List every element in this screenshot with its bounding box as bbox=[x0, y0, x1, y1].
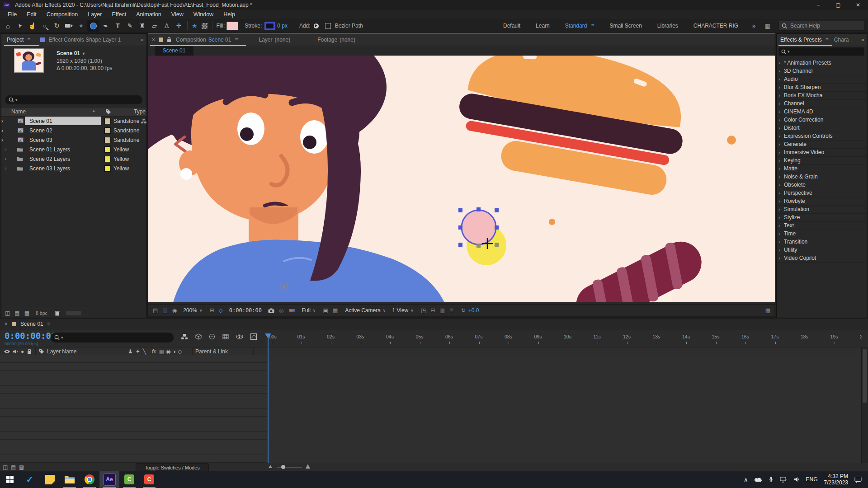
effects-category-row[interactable]: › Noise & Grain bbox=[777, 173, 867, 181]
category-name[interactable]: Generate bbox=[784, 141, 807, 148]
column-type[interactable]: Type bbox=[134, 108, 146, 115]
effects-category-row[interactable]: › Matte bbox=[777, 165, 867, 173]
notification-center-icon[interactable] bbox=[854, 476, 862, 483]
expand-chevron[interactable]: › bbox=[778, 238, 780, 246]
item-name[interactable]: Scene 03 bbox=[29, 137, 52, 143]
expand-chevron[interactable]: › bbox=[778, 197, 780, 205]
effects-category-row[interactable]: › Utility bbox=[777, 246, 867, 254]
start-button[interactable] bbox=[0, 471, 20, 488]
category-name[interactable]: Expression Controls bbox=[784, 132, 832, 140]
timeline-layer-row[interactable]: ∨ A Contents ∨ Add: ♟╱ @ ∨ bbox=[0, 363, 868, 371]
tool-button[interactable] bbox=[51, 20, 63, 32]
folder-expand-chevron[interactable]: › bbox=[5, 147, 6, 152]
expand-chevron[interactable]: › bbox=[778, 132, 780, 140]
tool-button[interactable] bbox=[87, 20, 99, 32]
timeline-layer-row[interactable]: › A mobile ∨ ♟╱ @ 4. 1∨ bbox=[0, 409, 868, 417]
folder-expand-chevron[interactable]: › bbox=[5, 166, 6, 171]
category-name[interactable]: Time bbox=[784, 230, 796, 238]
panel-menu-icon[interactable]: ≡ bbox=[27, 37, 30, 43]
item-name[interactable]: Scene 02 Layers bbox=[29, 156, 70, 162]
layer-duration-track[interactable] bbox=[267, 432, 862, 440]
tray-chevron-up-icon[interactable]: ∧ bbox=[744, 476, 748, 483]
menu-item[interactable]: Effect bbox=[107, 11, 131, 18]
project-item-row[interactable]: › Scene 02 Layers Yellow bbox=[1, 154, 146, 164]
column-name[interactable]: Name bbox=[11, 108, 26, 115]
chevron-down-icon[interactable]: ▼ bbox=[81, 52, 85, 56]
layer-duration-track[interactable] bbox=[267, 447, 862, 455]
effects-category-row[interactable]: › Immersive Video bbox=[777, 149, 867, 157]
camtasia-icon[interactable]: C bbox=[119, 471, 139, 488]
expand-render-icon[interactable]: ▤ bbox=[11, 464, 16, 470]
folder-expand-chevron[interactable]: › bbox=[5, 156, 6, 161]
label-name[interactable]: Sandstone bbox=[113, 137, 139, 143]
category-name[interactable]: Color Correction bbox=[784, 116, 823, 124]
workspace-tab[interactable]: CHARACTER RIG bbox=[693, 23, 738, 29]
mask-visibility-icon[interactable]: ◉ bbox=[172, 307, 177, 314]
timeline-tab-scene-01[interactable]: Scene 01 bbox=[20, 321, 43, 327]
fast-previews-icon[interactable]: ⊟ bbox=[430, 307, 435, 314]
category-name[interactable]: Obsolete bbox=[784, 181, 806, 189]
workspace-tab[interactable]: Default bbox=[503, 23, 520, 29]
expand-chevron[interactable]: › bbox=[778, 149, 780, 156]
resolution-dropdown[interactable]: Full bbox=[302, 307, 311, 314]
effects-category-row[interactable]: › Simulation bbox=[777, 206, 867, 214]
effects-category-row[interactable]: › Color Correction bbox=[777, 116, 867, 124]
category-name[interactable]: Boris FX Mocha bbox=[784, 92, 822, 99]
category-name[interactable]: Video Copilot bbox=[784, 254, 816, 262]
tab-project[interactable]: Project bbox=[7, 37, 24, 43]
tool-button[interactable] bbox=[14, 20, 26, 32]
timeline-search-box[interactable]: ▾ bbox=[51, 333, 174, 343]
draft-3d-icon[interactable] bbox=[195, 333, 202, 340]
tool-button[interactable] bbox=[173, 20, 185, 32]
category-name[interactable]: Rowbyte bbox=[784, 197, 805, 205]
effects-category-row[interactable]: › Boris FX Mocha bbox=[777, 92, 867, 100]
more-switch-icons[interactable]: ▦◉◑◇ bbox=[159, 348, 184, 355]
workspace-tab[interactable]: Small Screen bbox=[609, 23, 642, 29]
current-timecode[interactable]: 0:00:00:00 00000 (30.00 fps) bbox=[5, 331, 56, 346]
layer-duration-track[interactable] bbox=[267, 371, 862, 378]
handle-top-center[interactable] bbox=[476, 207, 481, 211]
expand-chevron[interactable]: › bbox=[778, 67, 780, 75]
expand-in-out-icon[interactable]: ◫ bbox=[3, 464, 8, 470]
timeline-layer-row[interactable]: › A eye_white ∨ ♟╱ @ None∨ bbox=[0, 424, 868, 432]
expand-chevron[interactable]: › bbox=[778, 141, 780, 148]
handle-bottom-center[interactable] bbox=[476, 244, 481, 248]
graph-editor-icon[interactable] bbox=[250, 333, 257, 340]
flowchart-jump-icon[interactable]: ≣ bbox=[449, 307, 454, 314]
always-preview-icon[interactable]: ▤ bbox=[153, 307, 158, 314]
time-ruler[interactable]: :00s01s02s03s04s05s06s07s08s09s10s11s12s… bbox=[268, 333, 862, 347]
eye-column-icon[interactable] bbox=[4, 349, 10, 354]
panel-menu-icon[interactable]: ≡ bbox=[235, 37, 238, 43]
category-name[interactable]: Audio bbox=[784, 75, 798, 83]
effects-category-row[interactable]: › Obsolete bbox=[777, 181, 867, 189]
effects-category-row[interactable]: › Channel bbox=[777, 100, 867, 108]
stroke-color-swatch[interactable] bbox=[264, 22, 275, 30]
layer-duration-track[interactable] bbox=[267, 440, 862, 447]
label-name[interactable]: Sandstone bbox=[113, 118, 139, 124]
trash-icon[interactable] bbox=[55, 310, 60, 316]
layer-duration-track[interactable] bbox=[267, 409, 862, 417]
close-tab-icon[interactable]: × bbox=[5, 321, 8, 327]
new-comp-icon[interactable]: ▦ bbox=[24, 310, 29, 316]
category-name[interactable]: Stylize bbox=[784, 214, 800, 221]
footer-slider[interactable] bbox=[66, 311, 81, 315]
tool-button[interactable] bbox=[2, 20, 14, 32]
expand-chevron[interactable]: › bbox=[778, 75, 780, 83]
layer-duration-track[interactable] bbox=[267, 455, 862, 463]
timeline-layer-row[interactable]: › A eye_black ∨ ♟╱ @ None∨ bbox=[0, 417, 868, 424]
menu-item[interactable]: Window bbox=[189, 11, 218, 18]
effects-category-row[interactable]: › CINEMA 4D bbox=[777, 108, 867, 116]
search-options-chevron[interactable]: ▾ bbox=[15, 98, 18, 102]
scrollbar-thumb[interactable] bbox=[863, 349, 867, 403]
layer-duration-track[interactable] bbox=[267, 424, 862, 432]
label-color-chip[interactable] bbox=[104, 165, 111, 172]
channels-icon[interactable] bbox=[288, 308, 296, 313]
tab-composition-target[interactable]: Scene 01 bbox=[208, 37, 231, 43]
handle-bottom-right[interactable] bbox=[495, 243, 499, 247]
tool-button[interactable] bbox=[26, 20, 38, 32]
playhead-marker[interactable] bbox=[265, 333, 271, 338]
category-name[interactable]: CINEMA 4D bbox=[784, 108, 813, 116]
fx-column-icon[interactable]: fx bbox=[152, 348, 156, 355]
label-name[interactable]: Yellow bbox=[113, 156, 129, 162]
menu-item[interactable]: View bbox=[166, 11, 189, 18]
